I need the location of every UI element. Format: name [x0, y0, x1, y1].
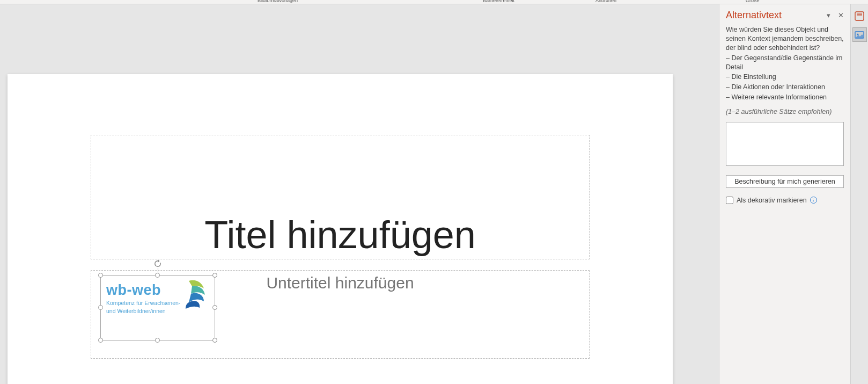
right-tool-rail	[850, 4, 868, 384]
alt-text-rail-icon[interactable]	[852, 27, 867, 42]
pane-bullet-4: – Weitere relevante Informationen	[726, 93, 844, 102]
selected-image[interactable]: wb-web Kompetenz für Erwachsenen- und We…	[100, 275, 215, 340]
pane-bullet-3: – Die Aktionen oder Interaktionen	[726, 83, 844, 92]
pane-hint: (1–2 ausführliche Sätze empfohlen)	[726, 107, 844, 117]
slide-canvas[interactable]: Titel hinzufügen Untertitel hinzufügen	[8, 74, 673, 384]
title-placeholder[interactable]: Titel hinzufügen	[91, 135, 590, 259]
decorative-checkbox[interactable]	[726, 197, 733, 204]
svg-rect-0	[855, 12, 864, 20]
svg-rect-1	[857, 13, 862, 16]
decorative-label: Als dekorativ markieren	[737, 197, 807, 204]
logo-image-content: wb-web Kompetenz für Erwachsenen- und We…	[101, 276, 215, 340]
ribbon-group-2: Barrierefreiheit	[483, 0, 514, 3]
pane-bullet-1: – Der Gegenstand/die Gegenstände im Deta…	[726, 54, 844, 72]
close-icon[interactable]: ✕	[838, 11, 844, 19]
svg-point-3	[857, 33, 859, 35]
alt-text-pane: Alternativtext ▾ ✕ Wie würden Sie dieses…	[719, 4, 850, 384]
rail-button-1[interactable]	[852, 9, 867, 23]
pane-options-icon[interactable]: ▾	[827, 11, 830, 19]
info-icon[interactable]: i	[810, 197, 817, 204]
generate-description-button[interactable]: Beschreibung für mich generieren	[726, 175, 844, 188]
pane-intro: Wie würden Sie dieses Objekt und seinen …	[726, 25, 844, 53]
rotate-handle-icon[interactable]	[153, 259, 162, 268]
logo-swirl-icon	[174, 279, 210, 311]
title-placeholder-text: Titel hinzufügen	[204, 213, 476, 257]
pane-title: Alternativtext	[726, 10, 782, 21]
ribbon-group-4: Größe	[746, 0, 760, 3]
subtitle-placeholder-text: Untertitel hinzufügen	[266, 274, 414, 292]
pane-bullet-2: – Die Einstellung	[726, 73, 844, 82]
slide-editor-area: Titel hinzufügen Untertitel hinzufügen	[0, 4, 689, 384]
decorative-checkbox-row[interactable]: Als dekorativ markieren i	[726, 197, 844, 204]
ribbon-group-labels: Bildformatvorlagen Barrierefreiheit Anor…	[0, 0, 868, 4]
alt-text-input[interactable]	[726, 122, 844, 166]
ribbon-group-1: Bildformatvorlagen	[258, 0, 298, 3]
ribbon-group-3: Anordnen	[595, 0, 616, 3]
